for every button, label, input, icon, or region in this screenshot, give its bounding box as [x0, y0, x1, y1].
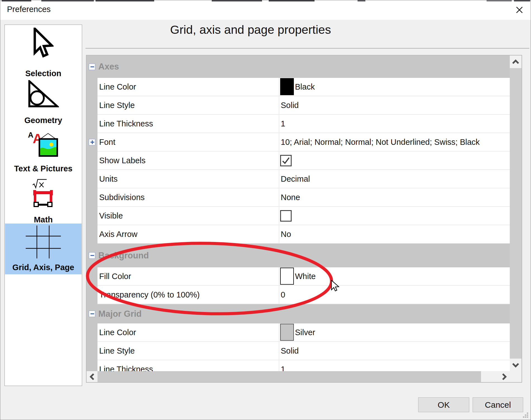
scroll-up-icon[interactable]	[510, 56, 522, 68]
preferences-dialog: { "window": { "title": "Preferences" }, …	[0, 0, 531, 420]
property-label: Visible	[99, 207, 123, 225]
sidebar-item-text-pictures[interactable]: A A Text & Pictures	[5, 129, 82, 174]
section-header: Major Grid	[87, 304, 510, 323]
row-gutter	[87, 152, 97, 170]
section-label: Major Grid	[98, 309, 142, 319]
property-cell: Line Thickness1	[97, 360, 510, 371]
scroll-down-icon[interactable]	[510, 359, 522, 371]
property-label: Font	[99, 133, 115, 151]
row-gutter	[87, 207, 97, 225]
property-cell: Line ColorSilver	[97, 323, 510, 342]
property-row: Line StyleSolid	[87, 96, 510, 115]
property-label: Line Style	[99, 342, 135, 360]
property-label: Fill Color	[99, 267, 131, 285]
vertical-scrollbar-thumb[interactable]	[510, 68, 522, 359]
expand-button[interactable]	[89, 139, 95, 145]
property-cell: Line StyleSolid	[97, 96, 510, 115]
collapse-button[interactable]	[89, 252, 95, 259]
property-label: Axis Arrow	[99, 225, 137, 243]
property-value[interactable]: No	[281, 225, 291, 243]
sidebar-item-grid-axis-page[interactable]: Grid, Axis, Page	[5, 224, 82, 274]
close-icon[interactable]	[514, 5, 524, 15]
sidebar-item-geometry[interactable]: Geometry	[5, 80, 82, 125]
color-swatch[interactable]	[280, 78, 294, 95]
property-label: Line Thickness	[99, 360, 153, 371]
math-sqrt-icon	[29, 177, 57, 210]
heading-divider	[85, 48, 529, 49]
property-value[interactable]: Silver	[295, 323, 315, 341]
window-title: Preferences	[7, 5, 51, 14]
cancel-button[interactable]: Cancel	[473, 397, 523, 412]
background-window-edge	[0, 0, 531, 1]
scrollbar-corner	[510, 371, 522, 382]
scroll-right-icon[interactable]	[498, 371, 510, 382]
property-value[interactable]: Black	[295, 78, 315, 96]
property-value[interactable]: 1	[281, 115, 285, 133]
property-label: Line Color	[99, 78, 136, 96]
section-label: Axes	[98, 62, 119, 72]
property-row: Show Labels	[87, 152, 510, 170]
collapse-button[interactable]	[89, 64, 95, 70]
property-label: Transparency (0% to 100%)	[99, 286, 200, 304]
text-picture-icon: A A	[28, 130, 59, 158]
row-gutter	[87, 323, 97, 342]
property-value[interactable]: 10; Arial; Normal; Normal; Not Underline…	[281, 133, 480, 151]
property-cell: Transparency (0% to 100%)0	[97, 286, 510, 304]
property-cell: Visible	[97, 207, 510, 225]
property-row: Axis ArrowNo	[87, 225, 510, 244]
vertical-scrollbar[interactable]	[510, 56, 522, 371]
sidebar-item-selection[interactable]: Selection	[5, 26, 82, 78]
property-value[interactable]: 0	[281, 286, 285, 304]
sidebar-item-label: Text & Pictures	[14, 164, 73, 173]
row-gutter	[87, 360, 97, 371]
row-gutter	[87, 225, 97, 244]
property-row: Line Thickness1	[87, 360, 510, 371]
scroll-left-icon[interactable]	[87, 371, 97, 382]
property-value[interactable]: 1	[281, 360, 285, 371]
horizontal-scrollbar[interactable]	[87, 371, 510, 382]
property-row: Line Thickness1	[87, 115, 510, 133]
checkbox[interactable]	[280, 210, 292, 222]
property-label: Line Style	[99, 96, 135, 114]
row-gutter	[87, 96, 97, 115]
titlebar: Preferences	[0, 0, 531, 20]
cursor-arrow-icon	[33, 28, 54, 62]
section-header: Background	[87, 244, 510, 267]
row-gutter	[87, 267, 97, 286]
row-gutter	[87, 133, 97, 152]
property-cell: Line StyleSolid	[97, 342, 510, 360]
sidebar-item-label: Math	[34, 215, 53, 224]
checkbox[interactable]	[280, 155, 292, 166]
property-row: Visible	[87, 207, 510, 225]
property-label: Show Labels	[99, 152, 146, 169]
property-row: UnitsDecimal	[87, 170, 510, 188]
grid-hash-icon	[25, 225, 61, 260]
row-gutter	[87, 286, 97, 304]
property-label: Line Thickness	[99, 115, 153, 133]
property-cell: Line Thickness1	[97, 115, 510, 133]
property-value[interactable]: Solid	[281, 342, 299, 360]
property-row: Line ColorSilver	[87, 323, 510, 342]
section-label: Background	[98, 251, 149, 261]
color-swatch[interactable]	[280, 268, 294, 285]
horizontal-scrollbar-thumb[interactable]	[97, 371, 481, 382]
resize-grip-icon[interactable]	[523, 412, 528, 418]
property-value[interactable]: Decimal	[281, 170, 310, 188]
property-value[interactable]: None	[281, 188, 300, 206]
property-value[interactable]: White	[295, 267, 316, 285]
sidebar-item-label: Grid, Axis, Page	[12, 263, 74, 272]
property-label: Units	[99, 170, 118, 188]
property-cell: Axis ArrowNo	[97, 225, 510, 244]
triangle-circle-icon	[28, 80, 59, 109]
property-cell: Line ColorBlack	[97, 78, 510, 96]
color-swatch[interactable]	[280, 324, 294, 341]
property-label: Line Color	[99, 323, 136, 341]
sidebar-item-label: Selection	[25, 69, 61, 78]
property-grid: AxesLine ColorBlackLine StyleSolidLine T…	[86, 55, 522, 383]
property-value[interactable]: Solid	[281, 96, 299, 114]
row-gutter	[87, 342, 97, 360]
collapse-button[interactable]	[89, 311, 95, 317]
ok-button[interactable]: OK	[418, 397, 469, 412]
row-gutter	[87, 170, 97, 188]
sidebar-item-math[interactable]: Math	[5, 175, 82, 224]
